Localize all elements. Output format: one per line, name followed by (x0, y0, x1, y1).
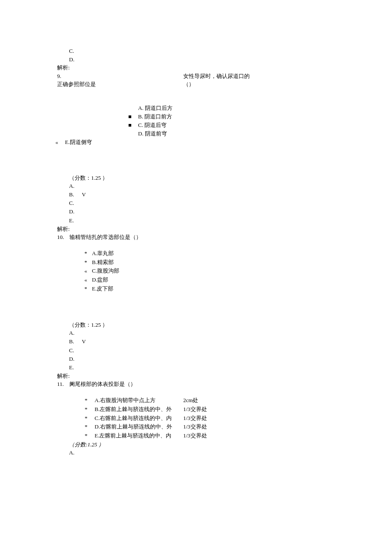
asterisk-icon: * (84, 405, 88, 414)
option-text: E.皮下部 (92, 285, 113, 293)
q11-option-d: * D.右髂前上棘与脐连线的中、外 1/3交界处 (84, 423, 392, 431)
chevron-left-icon: « (84, 267, 87, 276)
q9-option-c: ■ C. 阴道后穹 (128, 121, 392, 129)
option-text-main: E.左髂前上棘与脐连线的中、内 (95, 431, 176, 440)
q10-answer-e: E. (69, 363, 392, 372)
q8-analysis-label: 解析: (57, 63, 392, 72)
q11-stem: 11. 阑尾根部的体表投影是（） (57, 380, 392, 388)
exam-page: C. D. 解析: 9. 正确参照部位是 女性导尿时，确认尿道口的 （） A. … (0, 0, 392, 483)
asterisk-icon: * (84, 249, 87, 258)
asterisk-icon: * (84, 431, 88, 440)
q9-number: 9. (57, 72, 183, 81)
option-text-main: A.右腹股沟韧带中点上方 (95, 396, 176, 405)
option-text-main: C.右髂前上棘与脐连线的中、内 (95, 414, 176, 423)
q9-analysis-label: 解析: (57, 225, 392, 233)
asterisk-icon: * (84, 414, 88, 423)
asterisk-icon: * (84, 285, 87, 293)
option-text: B.精索部 (92, 258, 114, 267)
q11-stem-text: 阑尾根部的体表投影是（） (69, 381, 136, 387)
q9-stem-right-1: 女性导尿时，确认尿道口的 (183, 72, 250, 81)
option-text: A.睾丸部 (92, 249, 114, 258)
check-mark: V (82, 190, 86, 199)
option-text: C. 阴道后穹 (138, 121, 167, 129)
q9-answer-b: B. V (69, 190, 392, 199)
q10-stem-text: 输精管结扎的常选部位是（） (69, 234, 141, 240)
square-bullet-icon: ■ (128, 112, 132, 121)
option-text: C.腹股沟部 (92, 267, 119, 276)
q9-answer-d: D. (69, 207, 392, 216)
q10-answer-a: A. (69, 329, 392, 337)
q10-option-c: « C.腹股沟部 (84, 267, 392, 276)
q10-analysis-label: 解析: (57, 372, 392, 380)
option-text: D.盆部 (92, 276, 109, 285)
chevron-left-icon: « (84, 276, 87, 285)
q8-option-d: D. (69, 55, 392, 64)
q9-option-d: D. 阴道前穹 (128, 129, 392, 138)
option-text: D. 阴道前穹 (138, 129, 167, 138)
q11-answer-a: A. (69, 449, 392, 457)
q10-answer-c: C. (69, 346, 392, 355)
q10-answer-d: D. (69, 355, 392, 363)
q10-score: （分数：1.25 ） (69, 321, 392, 329)
option-text-main: D.右髂前上棘与脐连线的中、外 (95, 423, 176, 431)
asterisk-icon: * (84, 396, 88, 405)
q9-option-b: ■ B. 阴道口前方 (128, 112, 392, 121)
option-text: E.阴道侧穹 (65, 138, 92, 147)
asterisk-icon: * (84, 258, 87, 267)
q10-answers: A. B. V C. D. E. (69, 329, 392, 372)
q10-options: * A.睾丸部 * B.精索部 « C.腹股沟部 « D.盆部 * E.皮下部 (84, 249, 392, 293)
q11-options: * A.右腹股沟韧带中点上方 2cm处 * B.左髂前上棘与脐连线的中、外 1/… (84, 396, 392, 440)
q11-option-c: * C.右髂前上棘与脐连线的中、内 1/3交界处 (84, 414, 392, 423)
q9-stem-right-2: （） (183, 80, 250, 89)
option-text-tail: 1/3交界处 (183, 431, 207, 440)
q11-option-a: * A.右腹股沟韧带中点上方 2cm处 (84, 396, 392, 405)
q11-option-e: * E.左髂前上棘与脐连线的中、内 1/3交界处 (84, 431, 392, 440)
check-mark: V (82, 337, 86, 346)
q9-answers: A. B. V C. D. E. (69, 182, 392, 225)
q9-options: A. 阴道口后方 ■ B. 阴道口前方 ■ C. 阴道后穹 D. 阴道前穹 (128, 104, 392, 138)
q10-option-b: * B.精索部 (84, 258, 392, 267)
q10-number: 10. (57, 234, 64, 240)
q11-number: 11. (57, 381, 64, 387)
q9-stem: 9. 正确参照部位是 女性导尿时，确认尿道口的 （） (0, 72, 392, 89)
option-text: B. 阴道口前方 (138, 112, 172, 121)
q10-option-a: * A.睾丸部 (84, 249, 392, 258)
q9-answer-e: E. (69, 216, 392, 225)
q11-score: （分数:1.25 ） (69, 440, 392, 449)
q9-option-a: A. 阴道口后方 (128, 104, 392, 112)
chevron-left-icon: « (55, 138, 58, 147)
q9-stem-left: 正确参照部位是 (57, 80, 183, 89)
square-bullet-icon: ■ (128, 121, 132, 129)
q9-option-e: « E.阴道侧穹 (55, 138, 392, 147)
q8-option-c: C. (69, 47, 392, 55)
q9-answer-c: C. (69, 199, 392, 207)
option-text-tail: 2cm处 (183, 396, 198, 405)
q10-answer-b: B. V (69, 337, 392, 346)
option-text: A. 阴道口后方 (138, 104, 173, 112)
option-text-main: B.左髂前上棘与脐连线的中、外 (95, 405, 176, 414)
option-text-tail: 1/3交界处 (183, 423, 207, 431)
q10-option-d: « D.盆部 (84, 276, 392, 285)
q10-stem: 10. 输精管结扎的常选部位是（） (57, 233, 392, 242)
option-text-tail: 1/3交界处 (183, 405, 207, 414)
option-text-tail: 1/3交界处 (183, 414, 207, 423)
q11-option-b: * B.左髂前上棘与脐连线的中、外 1/3交界处 (84, 405, 392, 414)
q9-answer-a: A. (69, 182, 392, 190)
asterisk-icon: * (84, 423, 88, 431)
q10-option-e: * E.皮下部 (84, 285, 392, 293)
q9-score: （分数：1.25 ） (69, 174, 392, 182)
